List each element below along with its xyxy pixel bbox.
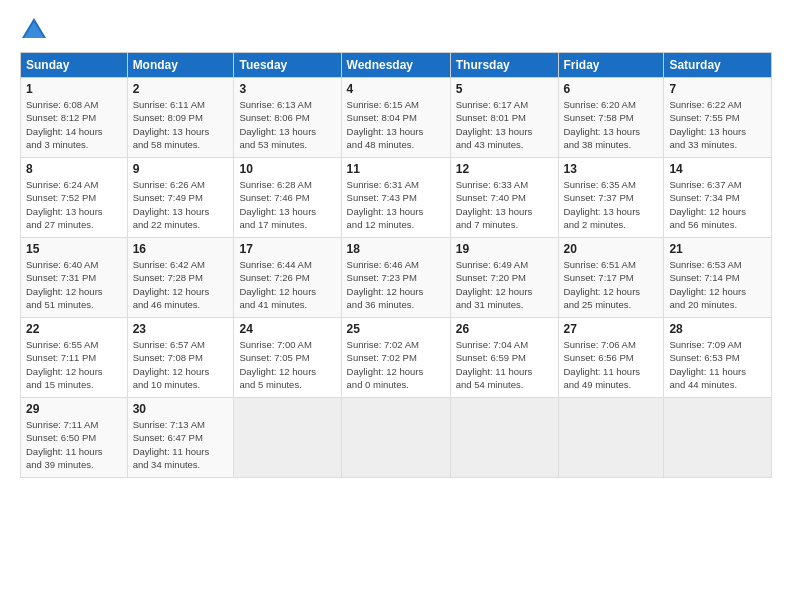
day-number: 26 bbox=[456, 322, 553, 336]
day-info: Sunrise: 6:08 AM Sunset: 8:12 PM Dayligh… bbox=[26, 98, 122, 151]
day-cell bbox=[234, 398, 341, 478]
day-cell: 29Sunrise: 7:11 AM Sunset: 6:50 PM Dayli… bbox=[21, 398, 128, 478]
day-info: Sunrise: 6:11 AM Sunset: 8:09 PM Dayligh… bbox=[133, 98, 229, 151]
day-cell bbox=[341, 398, 450, 478]
col-header-monday: Monday bbox=[127, 53, 234, 78]
logo-icon bbox=[20, 16, 48, 44]
day-cell: 23Sunrise: 6:57 AM Sunset: 7:08 PM Dayli… bbox=[127, 318, 234, 398]
day-cell: 24Sunrise: 7:00 AM Sunset: 7:05 PM Dayli… bbox=[234, 318, 341, 398]
day-info: Sunrise: 6:20 AM Sunset: 7:58 PM Dayligh… bbox=[564, 98, 659, 151]
day-info: Sunrise: 7:04 AM Sunset: 6:59 PM Dayligh… bbox=[456, 338, 553, 391]
day-number: 16 bbox=[133, 242, 229, 256]
week-row-3: 15Sunrise: 6:40 AM Sunset: 7:31 PM Dayli… bbox=[21, 238, 772, 318]
day-number: 23 bbox=[133, 322, 229, 336]
page: SundayMondayTuesdayWednesdayThursdayFrid… bbox=[0, 0, 792, 612]
day-info: Sunrise: 7:02 AM Sunset: 7:02 PM Dayligh… bbox=[347, 338, 445, 391]
day-cell: 25Sunrise: 7:02 AM Sunset: 7:02 PM Dayli… bbox=[341, 318, 450, 398]
day-info: Sunrise: 6:35 AM Sunset: 7:37 PM Dayligh… bbox=[564, 178, 659, 231]
day-info: Sunrise: 6:22 AM Sunset: 7:55 PM Dayligh… bbox=[669, 98, 766, 151]
day-number: 27 bbox=[564, 322, 659, 336]
day-number: 11 bbox=[347, 162, 445, 176]
day-info: Sunrise: 7:00 AM Sunset: 7:05 PM Dayligh… bbox=[239, 338, 335, 391]
day-info: Sunrise: 6:33 AM Sunset: 7:40 PM Dayligh… bbox=[456, 178, 553, 231]
day-info: Sunrise: 6:51 AM Sunset: 7:17 PM Dayligh… bbox=[564, 258, 659, 311]
day-number: 18 bbox=[347, 242, 445, 256]
week-row-5: 29Sunrise: 7:11 AM Sunset: 6:50 PM Dayli… bbox=[21, 398, 772, 478]
day-info: Sunrise: 6:53 AM Sunset: 7:14 PM Dayligh… bbox=[669, 258, 766, 311]
day-number: 22 bbox=[26, 322, 122, 336]
day-info: Sunrise: 6:44 AM Sunset: 7:26 PM Dayligh… bbox=[239, 258, 335, 311]
day-cell: 2Sunrise: 6:11 AM Sunset: 8:09 PM Daylig… bbox=[127, 78, 234, 158]
calendar-body: 1Sunrise: 6:08 AM Sunset: 8:12 PM Daylig… bbox=[21, 78, 772, 478]
day-info: Sunrise: 6:42 AM Sunset: 7:28 PM Dayligh… bbox=[133, 258, 229, 311]
day-number: 12 bbox=[456, 162, 553, 176]
day-cell: 6Sunrise: 6:20 AM Sunset: 7:58 PM Daylig… bbox=[558, 78, 664, 158]
day-cell: 1Sunrise: 6:08 AM Sunset: 8:12 PM Daylig… bbox=[21, 78, 128, 158]
calendar-table: SundayMondayTuesdayWednesdayThursdayFrid… bbox=[20, 52, 772, 478]
day-cell: 15Sunrise: 6:40 AM Sunset: 7:31 PM Dayli… bbox=[21, 238, 128, 318]
calendar-header-row: SundayMondayTuesdayWednesdayThursdayFrid… bbox=[21, 53, 772, 78]
day-number: 30 bbox=[133, 402, 229, 416]
day-cell: 20Sunrise: 6:51 AM Sunset: 7:17 PM Dayli… bbox=[558, 238, 664, 318]
day-info: Sunrise: 6:31 AM Sunset: 7:43 PM Dayligh… bbox=[347, 178, 445, 231]
day-number: 2 bbox=[133, 82, 229, 96]
logo bbox=[20, 16, 52, 44]
day-info: Sunrise: 6:24 AM Sunset: 7:52 PM Dayligh… bbox=[26, 178, 122, 231]
day-info: Sunrise: 6:40 AM Sunset: 7:31 PM Dayligh… bbox=[26, 258, 122, 311]
day-cell: 3Sunrise: 6:13 AM Sunset: 8:06 PM Daylig… bbox=[234, 78, 341, 158]
day-cell: 11Sunrise: 6:31 AM Sunset: 7:43 PM Dayli… bbox=[341, 158, 450, 238]
week-row-4: 22Sunrise: 6:55 AM Sunset: 7:11 PM Dayli… bbox=[21, 318, 772, 398]
day-cell: 21Sunrise: 6:53 AM Sunset: 7:14 PM Dayli… bbox=[664, 238, 772, 318]
day-info: Sunrise: 6:55 AM Sunset: 7:11 PM Dayligh… bbox=[26, 338, 122, 391]
day-cell: 19Sunrise: 6:49 AM Sunset: 7:20 PM Dayli… bbox=[450, 238, 558, 318]
day-info: Sunrise: 7:09 AM Sunset: 6:53 PM Dayligh… bbox=[669, 338, 766, 391]
day-cell bbox=[450, 398, 558, 478]
day-cell: 26Sunrise: 7:04 AM Sunset: 6:59 PM Dayli… bbox=[450, 318, 558, 398]
week-row-1: 1Sunrise: 6:08 AM Sunset: 8:12 PM Daylig… bbox=[21, 78, 772, 158]
col-header-saturday: Saturday bbox=[664, 53, 772, 78]
day-cell: 12Sunrise: 6:33 AM Sunset: 7:40 PM Dayli… bbox=[450, 158, 558, 238]
day-number: 3 bbox=[239, 82, 335, 96]
day-info: Sunrise: 6:46 AM Sunset: 7:23 PM Dayligh… bbox=[347, 258, 445, 311]
day-info: Sunrise: 7:11 AM Sunset: 6:50 PM Dayligh… bbox=[26, 418, 122, 471]
day-info: Sunrise: 6:15 AM Sunset: 8:04 PM Dayligh… bbox=[347, 98, 445, 151]
day-cell: 9Sunrise: 6:26 AM Sunset: 7:49 PM Daylig… bbox=[127, 158, 234, 238]
day-number: 25 bbox=[347, 322, 445, 336]
day-number: 14 bbox=[669, 162, 766, 176]
day-number: 4 bbox=[347, 82, 445, 96]
col-header-sunday: Sunday bbox=[21, 53, 128, 78]
day-info: Sunrise: 6:57 AM Sunset: 7:08 PM Dayligh… bbox=[133, 338, 229, 391]
day-cell bbox=[664, 398, 772, 478]
day-number: 10 bbox=[239, 162, 335, 176]
day-info: Sunrise: 6:28 AM Sunset: 7:46 PM Dayligh… bbox=[239, 178, 335, 231]
day-cell: 5Sunrise: 6:17 AM Sunset: 8:01 PM Daylig… bbox=[450, 78, 558, 158]
day-number: 17 bbox=[239, 242, 335, 256]
day-cell: 18Sunrise: 6:46 AM Sunset: 7:23 PM Dayli… bbox=[341, 238, 450, 318]
day-number: 21 bbox=[669, 242, 766, 256]
header bbox=[20, 16, 772, 44]
col-header-tuesday: Tuesday bbox=[234, 53, 341, 78]
day-number: 5 bbox=[456, 82, 553, 96]
day-cell: 8Sunrise: 6:24 AM Sunset: 7:52 PM Daylig… bbox=[21, 158, 128, 238]
col-header-wednesday: Wednesday bbox=[341, 53, 450, 78]
day-cell: 17Sunrise: 6:44 AM Sunset: 7:26 PM Dayli… bbox=[234, 238, 341, 318]
day-number: 6 bbox=[564, 82, 659, 96]
day-cell: 14Sunrise: 6:37 AM Sunset: 7:34 PM Dayli… bbox=[664, 158, 772, 238]
day-info: Sunrise: 7:13 AM Sunset: 6:47 PM Dayligh… bbox=[133, 418, 229, 471]
day-number: 24 bbox=[239, 322, 335, 336]
day-info: Sunrise: 6:37 AM Sunset: 7:34 PM Dayligh… bbox=[669, 178, 766, 231]
day-number: 20 bbox=[564, 242, 659, 256]
day-number: 15 bbox=[26, 242, 122, 256]
col-header-thursday: Thursday bbox=[450, 53, 558, 78]
day-info: Sunrise: 7:06 AM Sunset: 6:56 PM Dayligh… bbox=[564, 338, 659, 391]
day-cell bbox=[558, 398, 664, 478]
day-number: 9 bbox=[133, 162, 229, 176]
day-cell: 22Sunrise: 6:55 AM Sunset: 7:11 PM Dayli… bbox=[21, 318, 128, 398]
day-info: Sunrise: 6:26 AM Sunset: 7:49 PM Dayligh… bbox=[133, 178, 229, 231]
day-number: 8 bbox=[26, 162, 122, 176]
week-row-2: 8Sunrise: 6:24 AM Sunset: 7:52 PM Daylig… bbox=[21, 158, 772, 238]
day-number: 13 bbox=[564, 162, 659, 176]
day-cell: 28Sunrise: 7:09 AM Sunset: 6:53 PM Dayli… bbox=[664, 318, 772, 398]
day-cell: 30Sunrise: 7:13 AM Sunset: 6:47 PM Dayli… bbox=[127, 398, 234, 478]
day-number: 19 bbox=[456, 242, 553, 256]
